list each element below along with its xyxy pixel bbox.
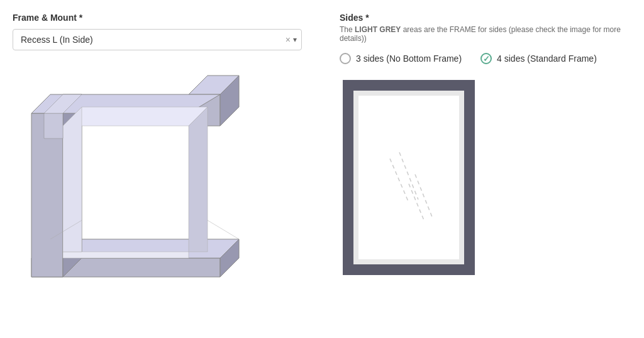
sides-required: * bbox=[365, 13, 369, 23]
radio-3-sides[interactable] bbox=[340, 53, 351, 64]
frame-mount-select-wrapper: Recess L (In Side) × ▾ bbox=[13, 29, 302, 50]
svg-line-17 bbox=[208, 220, 239, 239]
radio-3-sides-label: 3 sides (No Bottom Frame) bbox=[356, 54, 462, 64]
frame-mount-label: Frame & Mount * bbox=[13, 13, 327, 23]
sides-option-3[interactable]: 3 sides (No Bottom Frame) bbox=[340, 53, 462, 64]
select-clear-icon[interactable]: × bbox=[286, 35, 291, 45]
svg-rect-20 bbox=[358, 96, 459, 259]
frame-mount-required: * bbox=[79, 13, 82, 23]
radio-4-sides[interactable] bbox=[480, 53, 492, 64]
svg-marker-10 bbox=[63, 252, 189, 258]
sides-option-4[interactable]: 4 sides (Standard Frame) bbox=[480, 53, 597, 64]
frame-3d-illustration bbox=[13, 63, 277, 296]
svg-marker-12 bbox=[189, 107, 208, 252]
svg-marker-14 bbox=[44, 113, 63, 138]
sides-title-text: Sides bbox=[340, 13, 363, 23]
sides-subtitle: The LIGHT GREY areas are the FRAME for s… bbox=[340, 25, 629, 43]
frame-mount-select[interactable]: Recess L (In Side) bbox=[13, 29, 302, 50]
radio-4-sides-label: 4 sides (Standard Frame) bbox=[497, 54, 597, 64]
sides-label: Sides * bbox=[340, 13, 629, 23]
sides-subtitle-pre: The bbox=[340, 25, 355, 34]
frame-mount-title: Frame & Mount bbox=[13, 13, 77, 23]
svg-marker-11 bbox=[63, 107, 208, 126]
sides-radio-group: 3 sides (No Bottom Frame) 4 sides (Stand… bbox=[340, 53, 629, 64]
sides-subtitle-bold: LIGHT GREY bbox=[355, 25, 401, 34]
frame-diagram bbox=[340, 77, 629, 281]
